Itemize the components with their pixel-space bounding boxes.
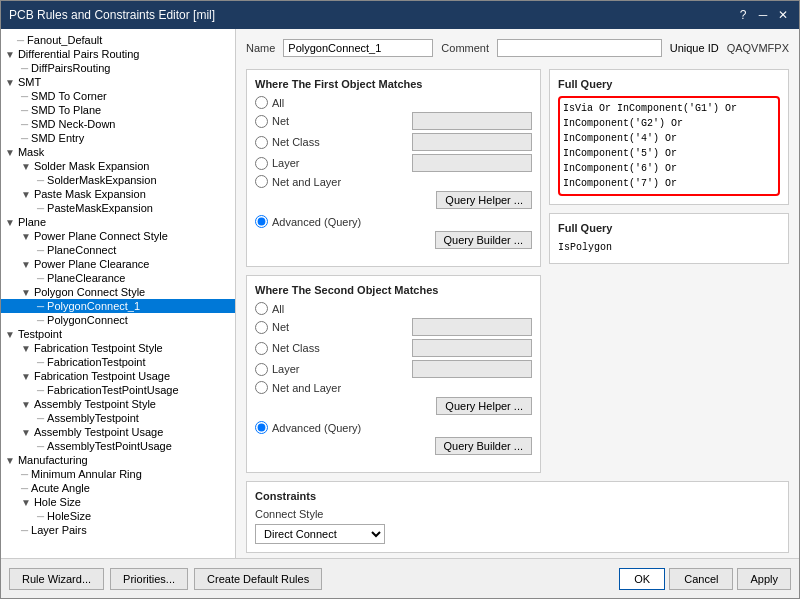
apply-button[interactable]: Apply xyxy=(737,568,791,590)
tree-item-polygonconnect[interactable]: ─PolygonConnect xyxy=(1,313,235,327)
first-layer-radio[interactable] xyxy=(255,157,268,170)
tree-item-smd-entry[interactable]: ─SMD Entry xyxy=(1,131,235,145)
first-net-input[interactable] xyxy=(412,112,532,130)
tree-item-fab-testpoint-style[interactable]: ▼Fabrication Testpoint Style xyxy=(1,341,235,355)
tree-item-diffpairs-routing[interactable]: ─DiffPairsRouting xyxy=(1,61,235,75)
tree-item-solder-mask-exp[interactable]: ▼Solder Mask Expansion xyxy=(1,159,235,173)
tree-item-polygonconnect1[interactable]: ─PolygonConnect_1 xyxy=(1,299,235,313)
tree-item-asmtestpointusage[interactable]: ─AssemblyTestPointUsage xyxy=(1,439,235,453)
tree-item-acute-angle[interactable]: ─Acute Angle xyxy=(1,481,235,495)
full-query-panels: Full Query IsVia Or InComponent('G1') Or… xyxy=(549,69,789,473)
rule-wizard-button[interactable]: Rule Wizard... xyxy=(9,568,104,590)
tree-item-planeclearance[interactable]: ─PlaneClearance xyxy=(1,271,235,285)
tree-item-smt[interactable]: ▼SMT xyxy=(1,75,235,89)
tree-item-label-fanout-default: Fanout_Default xyxy=(27,34,102,46)
tree-item-differential-pairs-routing[interactable]: ▼Differential Pairs Routing xyxy=(1,47,235,61)
tree-item-smd-plane[interactable]: ─SMD To Plane xyxy=(1,103,235,117)
folder-icon: ▼ xyxy=(21,343,31,354)
second-query-builder-btn[interactable]: Query Builder ... xyxy=(435,437,532,455)
second-advanced-radio[interactable] xyxy=(255,421,268,434)
close-button[interactable]: ✕ xyxy=(775,7,791,23)
second-net-input[interactable] xyxy=(412,318,532,336)
tree-item-label-testpoint: Testpoint xyxy=(18,328,62,340)
minimize-button[interactable]: ─ xyxy=(755,7,771,23)
tree-item-paste-mask-exp[interactable]: ▼Paste Mask Expansion xyxy=(1,187,235,201)
second-match-title: Where The Second Object Matches xyxy=(255,284,532,296)
first-netlayer-row: Net and Layer xyxy=(255,175,532,188)
uniqueid-value: QAQVMFPX xyxy=(727,42,789,54)
tree-item-asm-testpoint-usage[interactable]: ▼Assembly Testpoint Usage xyxy=(1,425,235,439)
tree-item-pastemaskexpansion[interactable]: ─PasteMaskExpansion xyxy=(1,201,235,215)
help-button[interactable]: ? xyxy=(735,7,751,23)
first-netclass-label: Net Class xyxy=(272,136,320,148)
second-netclass-input[interactable] xyxy=(412,339,532,357)
tree-item-fab-testpoint-usage[interactable]: ▼Fabrication Testpoint Usage xyxy=(1,369,235,383)
tree-item-manufacturing[interactable]: ▼Manufacturing xyxy=(1,453,235,467)
first-net-radio[interactable] xyxy=(255,115,268,128)
folder-icon: ▼ xyxy=(21,497,31,508)
first-netlayer-radio[interactable] xyxy=(255,175,268,188)
tree-item-polygon-conn[interactable]: ▼Polygon Connect Style xyxy=(1,285,235,299)
tree-item-label-planeclearance: PlaneClearance xyxy=(47,272,125,284)
second-netclass-label: Net Class xyxy=(272,342,320,354)
comment-input[interactable] xyxy=(497,39,662,57)
full-query-label-2: Full Query xyxy=(558,222,780,234)
tree-item-holesize[interactable]: ─HoleSize xyxy=(1,509,235,523)
tree-item-label-soldermaskexpansion: SolderMaskExpansion xyxy=(47,174,156,186)
rule-icon: ─ xyxy=(37,357,44,368)
second-netclass-radio[interactable] xyxy=(255,342,268,355)
first-advanced-label: Advanced (Query) xyxy=(272,216,361,228)
second-query-helper-btn[interactable]: Query Helper ... xyxy=(436,397,532,415)
tree-item-fanout-default[interactable]: ─Fanout_Default xyxy=(1,33,235,47)
first-netclass-input[interactable] xyxy=(412,133,532,151)
cancel-button[interactable]: Cancel xyxy=(669,568,733,590)
second-netlayer-radio[interactable] xyxy=(255,381,268,394)
tree-item-planeconnect[interactable]: ─PlaneConnect xyxy=(1,243,235,257)
second-all-row: All xyxy=(255,302,532,315)
tree-item-asmtestpoint[interactable]: ─AssemblyTestpoint xyxy=(1,411,235,425)
tree-item-label-power-plane-conn: Power Plane Connect Style xyxy=(34,230,168,242)
first-all-row: All xyxy=(255,96,532,109)
tree-item-mask[interactable]: ▼Mask xyxy=(1,145,235,159)
first-all-radio[interactable] xyxy=(255,96,268,109)
first-layer-input[interactable] xyxy=(412,154,532,172)
rule-icon: ─ xyxy=(21,91,28,102)
first-query-builder-btn[interactable]: Query Builder ... xyxy=(435,231,532,249)
folder-icon: ▼ xyxy=(5,147,15,158)
priorities-button[interactable]: Priorities... xyxy=(110,568,188,590)
rule-icon: ─ xyxy=(37,315,44,326)
tree-item-power-plane-conn[interactable]: ▼Power Plane Connect Style xyxy=(1,229,235,243)
tree-item-hole-size[interactable]: ▼Hole Size xyxy=(1,495,235,509)
second-net-radio[interactable] xyxy=(255,321,268,334)
tree-item-fabtestpoint[interactable]: ─FabricationTestpoint xyxy=(1,355,235,369)
folder-icon: ▼ xyxy=(21,427,31,438)
second-all-radio[interactable] xyxy=(255,302,268,315)
tree-item-smd-neckdown[interactable]: ─SMD Neck-Down xyxy=(1,117,235,131)
first-netlayer-label: Net and Layer xyxy=(272,176,341,188)
tree-item-asm-testpoint-style[interactable]: ▼Assembly Testpoint Style xyxy=(1,397,235,411)
ok-button[interactable]: OK xyxy=(619,568,665,590)
first-advanced-radio[interactable] xyxy=(255,215,268,228)
tree-item-smd-corner[interactable]: ─SMD To Corner xyxy=(1,89,235,103)
second-layer-radio[interactable] xyxy=(255,363,268,376)
tree-item-layer-pairs[interactable]: ─Layer Pairs xyxy=(1,523,235,537)
tree-item-plane[interactable]: ▼Plane xyxy=(1,215,235,229)
create-default-button[interactable]: Create Default Rules xyxy=(194,568,322,590)
tree-item-power-plane-clear[interactable]: ▼Power Plane Clearance xyxy=(1,257,235,271)
second-netclass-row: Net Class xyxy=(255,339,532,357)
second-layer-label: Layer xyxy=(272,363,300,375)
tree-item-soldermaskexpansion[interactable]: ─SolderMaskExpansion xyxy=(1,173,235,187)
tree-item-fabtestpointusage[interactable]: ─FabricationTestPointUsage xyxy=(1,383,235,397)
first-query-helper-btn[interactable]: Query Helper ... xyxy=(436,191,532,209)
first-netclass-radio[interactable] xyxy=(255,136,268,149)
tree-item-min-annular[interactable]: ─Minimum Annular Ring xyxy=(1,467,235,481)
tree-item-label-smd-plane: SMD To Plane xyxy=(31,104,101,116)
name-input[interactable] xyxy=(283,39,433,57)
tree-item-label-paste-mask-exp: Paste Mask Expansion xyxy=(34,188,146,200)
tree-item-label-fab-testpoint-style: Fabrication Testpoint Style xyxy=(34,342,163,354)
second-advanced-row: Advanced (Query) xyxy=(255,421,532,434)
connect-style-select[interactable]: Direct Connect Relief Connect No Connect xyxy=(255,524,385,544)
tree-item-label-asm-testpoint-style: Assembly Testpoint Style xyxy=(34,398,156,410)
second-layer-input[interactable] xyxy=(412,360,532,378)
tree-item-testpoint[interactable]: ▼Testpoint xyxy=(1,327,235,341)
